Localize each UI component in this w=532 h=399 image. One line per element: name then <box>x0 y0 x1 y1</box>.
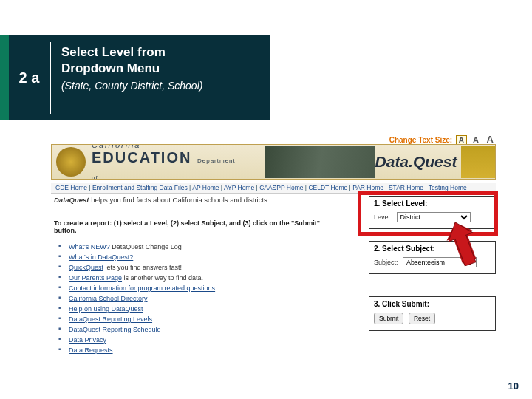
bc-7[interactable]: STAR Home <box>389 184 423 191</box>
link-directory[interactable]: California School Directory <box>69 295 148 302</box>
list-item: DataQuest Reporting Schedule <box>61 324 353 335</box>
step-title: Select Level from Dropdown Menu <box>61 44 262 77</box>
reset-button[interactable]: Reset <box>409 313 435 324</box>
bc-1[interactable]: Enrollment and Staffing Data Files <box>92 184 188 191</box>
instructions: To create a report: (1) select a Level, … <box>54 219 342 234</box>
bc-8[interactable]: Testing Home <box>429 184 467 191</box>
screenshot-frame: Change Text Size: A A A California EDUCA… <box>51 134 496 378</box>
step-subtitle: (State, County District, School) <box>61 80 262 92</box>
banner-right-graphic <box>461 146 495 178</box>
dataquest-logo: Data.Quest <box>375 153 457 171</box>
intro-rest: helps you find facts about California sc… <box>89 196 270 204</box>
intro-bold: DataQuest <box>54 196 89 204</box>
accent-stripe <box>0 35 9 120</box>
level-label: Level: <box>374 214 392 221</box>
list-item: California School Directory <box>61 293 353 304</box>
list-item: Our Parents Page is another way to find … <box>61 273 353 283</box>
step-title-line1: Select Level from <box>61 45 166 59</box>
panel1-header: 1. Select Level: <box>374 200 491 208</box>
subject-select[interactable]: Absenteeism <box>403 257 477 267</box>
step-header: 2 a Select Level from Dropdown Menu (Sta… <box>0 35 270 120</box>
submit-panel: 3. Click Submit: Submit Reset <box>369 296 496 331</box>
select-subject-panel: 2. Select Subject: Subject: Absenteeism <box>369 241 496 274</box>
link-contact[interactable]: Contact information for program related … <box>69 284 215 292</box>
link-requests[interactable]: Data Requests <box>69 347 113 354</box>
bc-6[interactable]: PAR Home <box>352 184 383 191</box>
breadcrumb: CDE Home | Enrollment and Staffing Data … <box>51 183 496 194</box>
list-item: QuickQuest lets you find answers fast! <box>61 262 353 273</box>
intro-text: DataQuest helps you find facts about Cal… <box>54 196 335 204</box>
page-number: 10 <box>508 381 519 392</box>
bc-2[interactable]: AP Home <box>192 184 219 191</box>
bc-5[interactable]: CELDT Home <box>308 184 347 191</box>
submit-button[interactable]: Submit <box>374 313 403 324</box>
state-name: California <box>92 144 243 149</box>
link-quickquest[interactable]: QuickQuest <box>69 264 103 271</box>
link-whats-new[interactable]: What's NEW? <box>69 243 110 250</box>
link-help[interactable]: Help on using DataQuest <box>69 305 143 313</box>
link-whats-in[interactable]: What's in DataQuest? <box>69 253 133 261</box>
level-select[interactable]: District <box>397 212 471 222</box>
text-size-medium[interactable]: A <box>471 135 481 144</box>
panel2-header: 2. Select Subject: <box>374 245 491 253</box>
link-levels[interactable]: DataQuest Reporting Levels <box>69 316 152 323</box>
bc-4[interactable]: CAASPP Home <box>259 184 303 191</box>
dept-title: California EDUCATION Department of <box>92 144 243 180</box>
list-item: What's in DataQuest? <box>61 252 353 262</box>
banner-photo <box>265 146 375 178</box>
bc-0[interactable]: CDE Home <box>55 184 87 191</box>
list-item: Data Privacy <box>61 335 353 345</box>
list-item: Help on using DataQuest <box>61 304 353 314</box>
site-banner: California EDUCATION Department of Data.… <box>51 144 496 180</box>
link-parents[interactable]: Our Parents Page <box>69 274 122 282</box>
text-size-large[interactable]: A <box>485 134 496 145</box>
text-size-label: Change Text Size: <box>389 136 452 144</box>
text-size-control: Change Text Size: A A A <box>389 134 496 145</box>
list-item: DataQuest Reporting Levels <box>61 314 353 324</box>
step-number: 2 a <box>9 35 50 120</box>
dept-word: EDUCATION Department of <box>92 149 243 180</box>
step-text: Select Level from Dropdown Menu (State, … <box>51 35 270 120</box>
select-level-panel: 1. Select Level: Level: District <box>369 196 496 229</box>
bc-3[interactable]: AYP Home <box>224 184 254 191</box>
link-schedule[interactable]: DataQuest Reporting Schedule <box>69 326 161 333</box>
link-privacy[interactable]: Data Privacy <box>69 336 106 344</box>
step-title-line2: Dropdown Menu <box>61 61 160 75</box>
state-seal-icon <box>56 147 86 177</box>
education-word: EDUCATION <box>92 149 191 166</box>
list-item: What's NEW? DataQuest Change Log <box>61 242 353 252</box>
list-item: Data Requests <box>61 345 353 355</box>
panel3-header: 3. Click Submit: <box>374 300 491 308</box>
link-list: What's NEW? DataQuest Change Log What's … <box>61 242 353 355</box>
list-item: Contact information for program related … <box>61 283 353 293</box>
subject-label: Subject: <box>374 259 398 266</box>
